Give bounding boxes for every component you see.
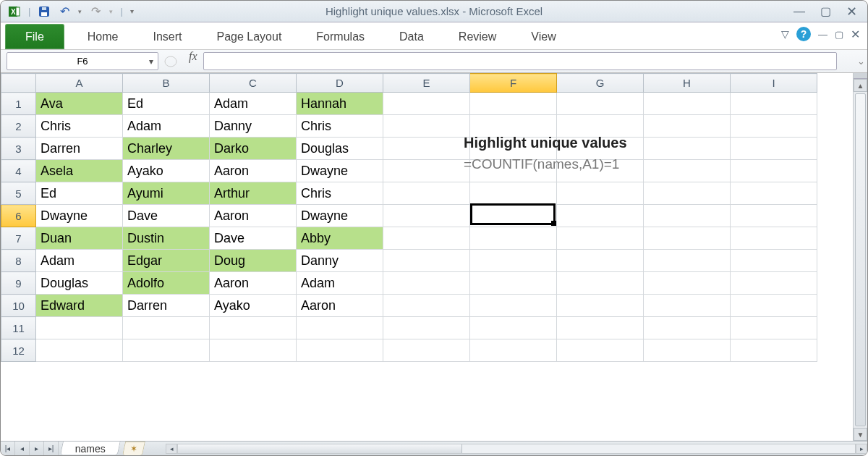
column-header-F[interactable]: F [470, 74, 557, 93]
column-header-H[interactable]: H [644, 74, 731, 93]
cell-A5[interactable]: Ed [36, 182, 123, 205]
cell-E12[interactable] [383, 339, 470, 362]
cell-B3[interactable]: Charley [123, 138, 210, 160]
cell-B4[interactable]: Ayako [123, 160, 210, 182]
row-header-12[interactable]: 12 [1, 339, 36, 362]
hscroll-thumb[interactable] [178, 444, 462, 453]
cell-C9[interactable]: Aaron [210, 272, 297, 295]
cell-A4[interactable]: Asela [36, 160, 123, 182]
cell-F10[interactable] [470, 295, 557, 317]
qat-customize-icon[interactable]: ▾ [130, 7, 134, 15]
cell-D5[interactable]: Chris [297, 182, 383, 205]
cell-I3[interactable] [731, 138, 817, 160]
cell-A10[interactable]: Edward [36, 295, 123, 317]
cell-A11[interactable] [36, 317, 123, 339]
cell-B5[interactable]: Ayumi [123, 182, 210, 205]
cell-I7[interactable] [731, 227, 817, 250]
cell-D11[interactable] [297, 317, 383, 339]
column-header-C[interactable]: C [210, 74, 297, 93]
row-header-8[interactable]: 8 [1, 250, 36, 272]
column-header-G[interactable]: G [557, 74, 644, 93]
row-header-4[interactable]: 4 [1, 160, 36, 182]
cell-G5[interactable] [557, 182, 644, 205]
cell-F7[interactable] [470, 227, 557, 250]
new-sheet-button[interactable]: ✶ [122, 442, 145, 455]
tab-nav-prev-icon[interactable]: ◂ [15, 442, 30, 456]
cell-A8[interactable]: Adam [36, 250, 123, 272]
cell-F11[interactable] [470, 317, 557, 339]
cell-D2[interactable]: Chris [297, 115, 383, 138]
column-header-I[interactable]: I [731, 74, 817, 93]
cell-D3[interactable]: Douglas [297, 138, 383, 160]
formula-input[interactable] [203, 52, 837, 70]
cell-C3[interactable]: Darko [210, 138, 297, 160]
cell-I2[interactable] [731, 115, 817, 138]
minimize-button[interactable]: — [789, 5, 809, 18]
cell-D4[interactable]: Dwayne [297, 160, 383, 182]
cell-G6[interactable] [557, 205, 644, 227]
cell-F5[interactable] [470, 182, 557, 205]
vertical-scrollbar[interactable]: ▲ ▼ [853, 73, 867, 441]
cell-C12[interactable] [210, 339, 297, 362]
cell-D10[interactable]: Aaron [297, 295, 383, 317]
cell-G2[interactable] [557, 115, 644, 138]
row-header-11[interactable]: 11 [1, 317, 36, 339]
cell-H8[interactable] [644, 250, 731, 272]
column-header-A[interactable]: A [36, 74, 123, 93]
horizontal-scrollbar[interactable]: ◂ ▸ [166, 442, 867, 455]
tab-view[interactable]: View [514, 22, 573, 49]
tab-data[interactable]: Data [382, 22, 441, 49]
tab-home[interactable]: Home [70, 22, 136, 49]
scroll-down-icon[interactable]: ▼ [854, 428, 867, 441]
row-header-1[interactable]: 1 [1, 93, 36, 115]
redo-dropdown-icon[interactable]: ▾ [109, 8, 113, 15]
cell-G1[interactable] [557, 93, 644, 115]
cell-D8[interactable]: Danny [297, 250, 383, 272]
column-header-D[interactable]: D [297, 74, 383, 93]
cell-F6[interactable] [470, 205, 557, 227]
cell-H9[interactable] [644, 272, 731, 295]
cell-B7[interactable]: Dustin [123, 227, 210, 250]
grid-body[interactable]: ABCDEFGHI 1AvaEdAdamHannah2ChrisAdamDann… [1, 73, 853, 441]
cell-E3[interactable] [383, 138, 470, 160]
cell-E8[interactable] [383, 250, 470, 272]
cell-I11[interactable] [731, 317, 817, 339]
row-header-3[interactable]: 3 [1, 138, 36, 160]
cell-A12[interactable] [36, 339, 123, 362]
cell-A7[interactable]: Duan [36, 227, 123, 250]
cell-A2[interactable]: Chris [36, 115, 123, 138]
cell-E2[interactable] [383, 115, 470, 138]
tab-page-layout[interactable]: Page Layout [199, 22, 299, 49]
cell-E4[interactable] [383, 160, 470, 182]
cell-C8[interactable]: Doug [210, 250, 297, 272]
cell-G7[interactable] [557, 227, 644, 250]
redo-icon[interactable]: ↷ [89, 5, 102, 18]
hscroll-track[interactable] [177, 444, 856, 454]
cell-B1[interactable]: Ed [123, 93, 210, 115]
cell-A9[interactable]: Douglas [36, 272, 123, 295]
cell-H12[interactable] [644, 339, 731, 362]
close-button[interactable]: ✕ [841, 5, 861, 18]
cell-C6[interactable]: Aaron [210, 205, 297, 227]
cell-E10[interactable] [383, 295, 470, 317]
row-header-6[interactable]: 6 [1, 205, 36, 227]
scroll-left-icon[interactable]: ◂ [166, 444, 177, 454]
tab-formulas[interactable]: Formulas [299, 22, 382, 49]
cell-F8[interactable] [470, 250, 557, 272]
row-header-2[interactable]: 2 [1, 115, 36, 138]
cell-B12[interactable] [123, 339, 210, 362]
sheet-tab-names[interactable]: names [60, 441, 121, 455]
undo-dropdown-icon[interactable]: ▾ [78, 8, 82, 15]
cell-H4[interactable] [644, 160, 731, 182]
tab-nav-next-icon[interactable]: ▸ [30, 442, 44, 456]
cell-C7[interactable]: Dave [210, 227, 297, 250]
cell-I9[interactable] [731, 272, 817, 295]
split-handle[interactable] [854, 73, 867, 79]
mdi-close-icon[interactable]: ✕ [851, 28, 860, 41]
cell-D7[interactable]: Abby [297, 227, 383, 250]
cell-E1[interactable] [383, 93, 470, 115]
name-box[interactable]: F6 ▾ [7, 52, 158, 70]
cell-I6[interactable] [731, 205, 817, 227]
cell-I10[interactable] [731, 295, 817, 317]
cell-I12[interactable] [731, 339, 817, 362]
